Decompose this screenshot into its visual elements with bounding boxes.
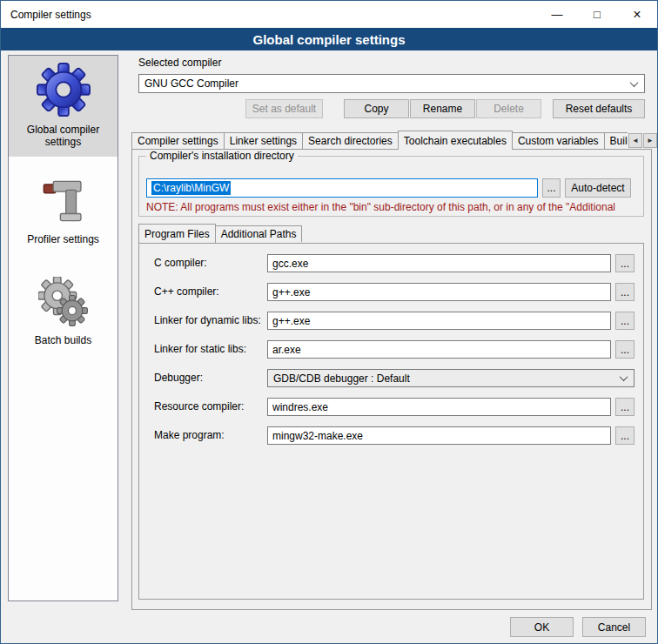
ellipsis-icon: ... <box>621 315 629 327</box>
ok-button[interactable]: OK <box>510 617 574 637</box>
resource-compiler-browse-button[interactable]: ... <box>615 398 634 416</box>
tab-scroll-left-button[interactable]: ◄ <box>628 133 642 148</box>
installation-directory-value: C:\raylib\MinGW <box>151 181 231 195</box>
bin-subdirectory-note: NOTE: All programs must exist either in … <box>146 201 640 213</box>
tab-linker-settings[interactable]: Linker settings <box>224 132 303 149</box>
main-tabstrip: Compiler settings Linker settings Search… <box>131 131 628 150</box>
make-program-label: Make program: <box>154 429 225 441</box>
window-controls: — □ × <box>537 1 657 28</box>
tab-custom-variables[interactable]: Custom variables <box>512 132 605 149</box>
sidebar-item-global-compiler-settings[interactable]: Global compiler settings <box>9 56 118 157</box>
linker-dynamic-label: Linker for dynamic libs: <box>154 314 261 326</box>
ok-label: OK <box>534 621 549 634</box>
cancel-button[interactable]: Cancel <box>582 617 646 637</box>
subtab-label: Additional Paths <box>221 228 297 240</box>
auto-detect-label: Auto-detect <box>571 182 624 194</box>
c-compiler-value: gcc.exe <box>272 258 308 270</box>
installation-directory-group: Compiler's installation directory C:\ray… <box>138 156 644 217</box>
sidebar-item-label: Profiler settings <box>27 233 99 245</box>
copy-label: Copy <box>364 103 388 115</box>
sidebar-item-batch-builds[interactable]: Batch builds <box>9 270 118 355</box>
program-files-tabstrip: Program Files Additional Paths <box>138 224 301 243</box>
ellipsis-icon: ... <box>621 430 629 442</box>
installation-directory-input[interactable]: C:\raylib\MinGW <box>146 178 538 198</box>
gray-gears-icon <box>38 277 89 327</box>
resource-compiler-label: Resource compiler: <box>154 400 244 413</box>
delete-button: Delete <box>476 99 541 118</box>
chevron-down-icon <box>630 78 639 87</box>
tab-label: Custom variables <box>518 135 599 147</box>
ellipsis-icon: ... <box>621 401 629 413</box>
selected-compiler-combobox[interactable]: GNU GCC Compiler <box>138 74 645 93</box>
debugger-combobox[interactable]: GDB/CDB debugger : Default <box>267 369 634 387</box>
tab-compiler-settings[interactable]: Compiler settings <box>131 132 225 149</box>
cpp-compiler-input[interactable]: g++.exe <box>267 283 611 301</box>
reset-defaults-button[interactable]: Reset defaults <box>553 99 645 118</box>
rename-button[interactable]: Rename <box>410 99 475 118</box>
subtab-program-files[interactable]: Program Files <box>138 224 216 243</box>
profiler-tool-icon <box>38 176 89 226</box>
installation-directory-browse-button[interactable]: ... <box>542 178 561 198</box>
reset-defaults-label: Reset defaults <box>566 103 633 115</box>
debugger-value: GDB/CDB debugger : Default <box>273 372 410 385</box>
c-compiler-input[interactable]: gcc.exe <box>267 254 611 272</box>
close-button[interactable]: × <box>617 1 657 28</box>
selected-compiler-label: Selected compiler <box>138 57 221 69</box>
auto-detect-button[interactable]: Auto-detect <box>565 178 631 198</box>
copy-button[interactable]: Copy <box>344 99 409 118</box>
blue-gear-icon <box>37 63 91 117</box>
cpp-compiler-value: g++.exe <box>272 286 310 299</box>
make-program-browse-button[interactable]: ... <box>615 426 634 445</box>
tab-label: Linker settings <box>230 135 297 147</box>
linker-static-browse-button[interactable]: ... <box>615 340 634 359</box>
dialog-title: Global compiler settings <box>252 32 405 47</box>
chevron-down-icon <box>620 372 628 381</box>
arrow-right-icon: ► <box>647 137 654 144</box>
resource-compiler-input[interactable]: windres.exe <box>267 398 611 416</box>
make-program-input[interactable]: mingw32-make.exe <box>267 426 611 445</box>
linker-dynamic-browse-button[interactable]: ... <box>615 312 634 330</box>
ellipsis-icon: ... <box>621 258 629 270</box>
tab-label: Toolchain executables <box>404 135 507 147</box>
subtab-label: Program Files <box>144 228 210 240</box>
c-compiler-label: C compiler: <box>154 257 207 269</box>
maximize-button[interactable]: □ <box>577 1 617 28</box>
program-files-page: C compiler: gcc.exe ... C++ compiler: g+… <box>138 243 644 600</box>
arrow-left-icon: ◄ <box>632 137 639 144</box>
close-icon: × <box>633 7 641 23</box>
cpp-compiler-browse-button[interactable]: ... <box>615 283 634 301</box>
linker-dynamic-value: g++.exe <box>272 315 310 327</box>
subtab-additional-paths[interactable]: Additional Paths <box>215 225 303 242</box>
cpp-compiler-label: C++ compiler: <box>154 285 219 298</box>
minimize-button[interactable]: — <box>537 1 577 28</box>
resource-compiler-value: windres.exe <box>272 401 328 413</box>
sidebar-item-label: Global compiler settings <box>12 124 114 148</box>
tab-label: Search directories <box>308 135 393 147</box>
minimize-icon: — <box>552 8 563 21</box>
tab-search-directories[interactable]: Search directories <box>302 132 399 149</box>
ellipsis-icon: ... <box>621 344 629 356</box>
sidebar-item-label: Batch builds <box>35 334 91 346</box>
tab-scroll-right-button[interactable]: ► <box>643 133 657 148</box>
selected-compiler-value: GNU GCC Compiler <box>144 77 238 90</box>
ellipsis-icon: ... <box>621 286 629 299</box>
make-program-value: mingw32-make.exe <box>272 430 363 442</box>
linker-dynamic-input[interactable]: g++.exe <box>267 312 611 330</box>
tab-toolchain-executables[interactable]: Toolchain executables <box>398 131 513 150</box>
debugger-label: Debugger: <box>154 372 203 384</box>
linker-static-label: Linker for static libs: <box>154 343 246 355</box>
set-as-default-label: Set as default <box>252 103 316 115</box>
dialog-header: Global compiler settings <box>1 28 657 50</box>
tab-build-options[interactable]: Build options <box>604 132 628 149</box>
c-compiler-browse-button[interactable]: ... <box>615 254 634 272</box>
tabs-viewport: Compiler settings Linker settings Search… <box>131 131 628 150</box>
maximize-icon: □ <box>594 8 601 21</box>
sidebar-item-profiler-settings[interactable]: Profiler settings <box>9 169 118 254</box>
titlebar: Compiler settings — □ × <box>1 1 657 28</box>
window-title: Compiler settings <box>1 9 91 21</box>
sidebar: Global compiler settings Profiler settin… <box>8 55 118 601</box>
linker-static-value: ar.exe <box>272 344 301 356</box>
compiler-settings-window: Compiler settings — □ × Global compiler … <box>0 0 658 644</box>
linker-static-input[interactable]: ar.exe <box>267 340 611 359</box>
rename-label: Rename <box>423 103 462 115</box>
